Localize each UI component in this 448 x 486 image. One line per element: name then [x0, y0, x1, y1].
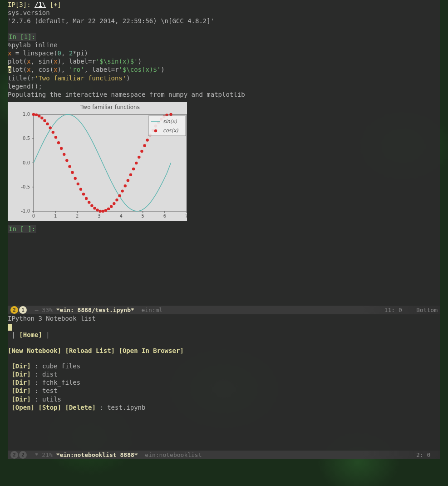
worksheet-add-tab[interactable]: [+] — [50, 1, 61, 8]
modeline-badge-2: 2 — [19, 451, 27, 459]
modeline-position: Bottom — [416, 306, 438, 314]
svg-point-36 — [54, 136, 57, 139]
svg-point-51 — [96, 208, 98, 211]
svg-point-41 — [68, 165, 71, 168]
svg-text:0: 0 — [32, 213, 35, 218]
cell-2[interactable]: In [ ]: — [8, 225, 440, 233]
item-action[interactable]: [Stop] — [38, 404, 61, 411]
modeline-badge-2: 1 — [19, 306, 27, 314]
svg-text:sin(x): sin(x) — [163, 119, 177, 124]
svg-point-61 — [124, 184, 127, 187]
svg-point-39 — [63, 153, 65, 156]
svg-text:1.0: 1.0 — [23, 112, 30, 117]
cursor — [8, 324, 12, 331]
item-action[interactable]: [Dir] — [11, 371, 30, 378]
item-action[interactable]: [Dir] — [11, 362, 30, 370]
worksheet-tab-active[interactable]: /1\ — [34, 1, 46, 8]
list-item: [Dir] : dist — [8, 370, 440, 378]
svg-point-48 — [88, 201, 90, 203]
svg-point-69 — [146, 139, 148, 141]
svg-point-64 — [132, 168, 135, 170]
list-item: [Dir] : fchk_files — [8, 378, 440, 387]
item-action[interactable]: [Dir] — [11, 396, 30, 403]
cell-1-line-1[interactable]: %pylab inline — [8, 41, 440, 49]
svg-point-47 — [85, 197, 88, 200]
svg-point-68 — [143, 144, 146, 147]
svg-text:5: 5 — [142, 213, 144, 218]
modeline-top: 2 1 — 33% *ein: 8888/test.ipynb* ein:ml … — [8, 306, 440, 314]
svg-point-60 — [121, 189, 123, 192]
svg-point-81 — [154, 129, 157, 132]
cell-1-line-3[interactable]: plot(x, sin(x), label=r'$\sin(x)$') — [8, 57, 440, 65]
svg-point-45 — [79, 188, 82, 191]
item-action[interactable]: [Open] — [11, 404, 34, 411]
svg-point-56 — [110, 205, 113, 208]
reload-list-button[interactable]: [Reload List] — [65, 347, 115, 354]
svg-text:1: 1 — [54, 213, 57, 218]
cell-0-input[interactable]: sys.version — [8, 9, 440, 17]
svg-point-35 — [52, 131, 54, 134]
cell-1-line-2[interactable]: x = linspace(0, 2*pi) — [8, 49, 440, 57]
notebooklist-pane: IPython 3 Notebook list | [Home] | [New … — [8, 314, 440, 451]
new-notebook-button[interactable]: [New Notebook] — [8, 347, 61, 354]
svg-point-58 — [115, 198, 118, 201]
item-action[interactable]: [Dir] — [11, 387, 30, 394]
svg-point-49 — [90, 204, 93, 207]
notebooklist-actions: [New Notebook] [Reload List] [Open In Br… — [8, 347, 440, 355]
svg-point-62 — [127, 179, 129, 182]
modeline-badge-1: 2 — [10, 306, 18, 314]
notebook-pane: IP[3]: /1\ [+] sys.version '2.7.6 (defau… — [8, 0, 440, 306]
svg-text:3: 3 — [98, 213, 100, 218]
svg-point-30 — [38, 114, 40, 117]
worksheet-tabs: IP[3]: /1\ [+] — [8, 0, 440, 9]
modeline-percent: 33% — [42, 306, 52, 314]
modeline-buffer-name: *ein:notebooklist 8888* — [56, 451, 138, 459]
cell-1-line-4[interactable]: plot(x, cos(x), 'ro', label=r'$\cos(x)$'… — [8, 65, 440, 74]
svg-text:4: 4 — [119, 213, 122, 218]
svg-point-57 — [113, 202, 115, 205]
list-item: [Dir] : utils — [8, 395, 440, 403]
svg-point-77 — [169, 113, 172, 116]
svg-point-50 — [93, 207, 96, 209]
svg-point-42 — [71, 171, 74, 174]
svg-point-46 — [82, 193, 85, 195]
notebooklist-title: IPython 3 Notebook list — [8, 314, 440, 322]
modeline-buffer-name: *ein: 8888/test.ipynb* — [56, 306, 134, 314]
svg-point-34 — [49, 126, 51, 129]
svg-point-32 — [43, 119, 46, 122]
cell-0-output: '2.7.6 (default, Mar 22 2014, 22:59:56) … — [8, 17, 440, 25]
cell-1-output-text: Populating the interactive namespace fro… — [8, 90, 440, 99]
cell-1-line-5[interactable]: title(r'Two familiar functions') — [8, 74, 440, 82]
worksheet-prefix: IP[3]: — [8, 1, 34, 8]
modeline-percent: 21% — [42, 451, 52, 459]
item-action[interactable]: [Dir] — [11, 379, 30, 386]
modeline-badge-1: 2 — [10, 451, 18, 459]
svg-point-38 — [60, 147, 63, 150]
svg-point-29 — [35, 114, 38, 116]
svg-text:0.0: 0.0 — [23, 160, 30, 165]
cell-1-line-6[interactable]: legend(); — [8, 82, 440, 90]
svg-text:cos(x): cos(x) — [163, 128, 178, 134]
modeline-bottom: 2 2 * 21% *ein:notebooklist 8888* ein:no… — [8, 451, 440, 459]
modeline-linecol: 11: 0 — [384, 306, 402, 314]
svg-point-66 — [138, 156, 140, 159]
chart-svg: 01234567-1.0-0.50.00.51.0Two familiar fu… — [8, 102, 187, 221]
svg-point-65 — [135, 162, 138, 164]
cell-2-prompt: In [ ]: — [8, 225, 36, 233]
cell-1-output-plot: 01234567-1.0-0.50.00.51.0Two familiar fu… — [8, 102, 187, 221]
modeline-star: * — [35, 451, 39, 459]
svg-point-40 — [65, 159, 68, 162]
svg-point-53 — [102, 210, 104, 213]
list-item: [Open] [Stop] [Delete] : test.ipynb — [8, 403, 440, 412]
list-item: [Dir] : cube_files — [8, 362, 440, 370]
svg-point-33 — [46, 123, 49, 125]
svg-point-37 — [57, 141, 60, 144]
svg-text:2: 2 — [76, 213, 79, 218]
home-link[interactable]: [Home] — [19, 331, 42, 338]
cell-1-prompt: In [1]: — [8, 33, 36, 41]
open-in-browser-button[interactable]: [Open In Browser] — [118, 347, 183, 354]
svg-text:7: 7 — [185, 213, 187, 218]
item-action[interactable]: [Delete] — [65, 404, 95, 411]
svg-text:Two familiar functions: Two familiar functions — [80, 104, 140, 110]
svg-point-59 — [118, 194, 121, 197]
